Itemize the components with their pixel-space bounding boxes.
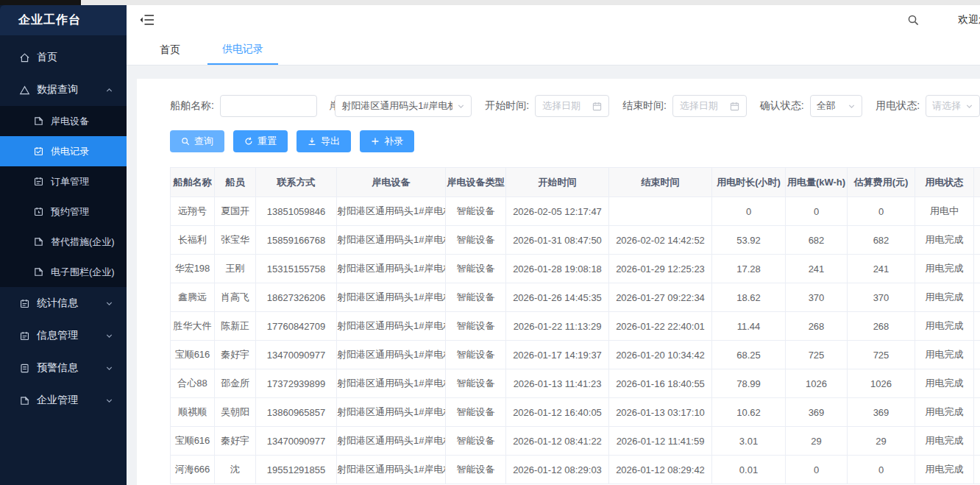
supplement-button[interactable]: 补录	[360, 130, 414, 152]
table-body: 远翔号 夏国开 13851059846 射阳港区通用码头1#岸电桩 智能设备 2…	[171, 197, 980, 484]
sidebar-item-power-supply-records[interactable]: 供电记录	[0, 136, 127, 166]
table-row: 长福利 张宝华 15859166768 射阳港区通用码头1#岸电桩 智能设备 2…	[171, 226, 980, 255]
cell-clipped	[974, 255, 980, 283]
cell-cost: 0	[848, 197, 915, 226]
cell-device: 射阳港区通用码头1#岸电桩	[337, 369, 446, 398]
sidebar-group-label: 信息管理	[37, 329, 78, 342]
action-buttons: 查询 重置 导出 补录	[170, 130, 980, 152]
cell-energy: 0	[786, 197, 848, 226]
chevron-down-icon	[105, 364, 113, 372]
cell-power-status: 用电完成	[915, 226, 974, 255]
cell-duration: 78.99	[712, 369, 786, 398]
ship-name-input[interactable]	[220, 95, 317, 117]
export-button[interactable]: 导出	[297, 130, 351, 152]
end-time-input[interactable]: 选择日期	[672, 95, 747, 117]
tab-home[interactable]: 首页	[156, 35, 184, 65]
cell-contact: 13470090977	[256, 427, 337, 456]
col-contact: 联系方式	[256, 168, 337, 197]
sidebar-item-order-management[interactable]: 订单管理	[0, 166, 127, 197]
sidebar-item-electronic-fence[interactable]: 电子围栏(企业)	[0, 257, 127, 287]
cell-duration: 10.62	[712, 398, 786, 427]
power-status-select[interactable]: 请选择	[926, 95, 980, 117]
tab-bar: 首页 供电记录	[127, 35, 980, 66]
table-row: 宝顺616 秦好宇 13470090977 射阳港区通用码头1#岸电桩 智能设备…	[171, 341, 980, 369]
reset-button[interactable]: 重置	[233, 130, 288, 152]
browser-top-strip-dark	[0, 0, 81, 5]
chevron-down-icon	[105, 332, 113, 340]
cell-power-status: 用电中	[915, 197, 974, 226]
cell-ship-name: 远翔号	[171, 197, 215, 226]
sidebar-collapse-icon[interactable]	[139, 12, 155, 28]
topbar-right: 欢迎您,	[907, 13, 980, 26]
confirm-status-value: 全部	[817, 99, 836, 113]
col-ship-name: 船舶名称	[171, 168, 215, 197]
cell-energy: 0	[786, 456, 848, 484]
cell-duration: 17.28	[712, 255, 786, 283]
query-button-label: 查询	[194, 135, 213, 148]
search-icon[interactable]	[907, 14, 920, 26]
tab-power-supply-records[interactable]: 供电记录	[207, 35, 278, 65]
sidebar-item-reservation-management[interactable]: 预约管理	[0, 197, 127, 227]
cell-ship-name: 顺祺顺	[171, 398, 215, 427]
records-table-wrapper: 船舶名称 船员 联系方式 岸电设备 岸电设备类型 开始时间 结束时间 用电时长(…	[170, 167, 980, 484]
cell-device-type: 智能设备	[446, 226, 506, 255]
sidebar-item-label: 替代措施(企业)	[51, 236, 115, 249]
corner-square-icon	[33, 236, 44, 247]
cell-device-type: 智能设备	[446, 341, 506, 369]
corner-square-icon	[33, 116, 44, 127]
cell-crew: 夏国开	[215, 197, 256, 226]
cell-end-time: 2026-01-22 22:40:01	[609, 312, 712, 341]
cell-duration: 0.01	[712, 456, 786, 484]
sidebar-group-label: 企业管理	[37, 394, 78, 407]
query-button[interactable]: 查询	[170, 130, 224, 152]
cell-cost: 725	[848, 341, 915, 369]
confirm-status-select[interactable]: 全部	[810, 95, 862, 117]
cell-device: 射阳港区通用码头1#岸电桩	[337, 398, 446, 427]
cell-cost: 369	[848, 398, 915, 427]
cell-energy: 370	[786, 283, 848, 312]
table-header: 船舶名称 船员 联系方式 岸电设备 岸电设备类型 开始时间 结束时间 用电时长(…	[171, 168, 980, 197]
sidebar-group-data-query[interactable]: 数据查询	[0, 74, 127, 106]
device-select-value: 射阳港区通用码头1#岸电桩	[341, 99, 452, 113]
cell-power-status: 用电完成	[915, 398, 974, 427]
end-time-placeholder: 选择日期	[680, 99, 718, 113]
sidebar-item-alternative-measures[interactable]: 替代措施(企业)	[0, 227, 127, 257]
cell-clipped	[974, 197, 980, 226]
main-area: 欢迎您, 首页 供电记录 船舶名称: 岸电设备: 射阳港区通用码头1#岸电桩 开…	[127, 5, 980, 485]
start-time-input[interactable]: 选择日期	[535, 95, 609, 117]
cell-crew: 张宝华	[215, 226, 256, 255]
cell-device: 射阳港区通用码头1#岸电桩	[337, 283, 446, 312]
cell-device-type: 智能设备	[446, 197, 506, 226]
cell-contact: 13860965857	[256, 398, 337, 427]
device-select[interactable]: 射阳港区通用码头1#岸电桩	[335, 95, 472, 117]
cell-contact: 17760842709	[256, 312, 337, 341]
cell-cost: 682	[848, 226, 915, 255]
cell-device: 射阳港区通用码头1#岸电桩	[337, 427, 446, 456]
cell-contact: 13470090977	[256, 341, 337, 369]
sidebar-group-statistics-info[interactable]: 统计信息	[0, 287, 127, 319]
confirm-status-label: 确认状态:	[760, 99, 804, 113]
app-root: 企业工作台 首页 数据查询 岸电设备 供电记录	[0, 5, 980, 485]
sidebar-item-home[interactable]: 首页	[0, 41, 127, 74]
sidebar-group-information-management[interactable]: 信息管理	[0, 319, 127, 352]
cell-clipped	[974, 427, 980, 456]
chevron-down-icon	[105, 397, 113, 405]
cell-power-status: 用电完成	[915, 369, 974, 398]
cell-contact: 19551291855	[256, 456, 337, 484]
table-row: 合心88 邵金所 17372939899 射阳港区通用码头1#岸电桩 智能设备 …	[171, 369, 980, 398]
calendar-clock-icon	[33, 206, 44, 217]
sidebar-item-shore-power-device[interactable]: 岸电设备	[0, 106, 127, 136]
cell-device-type: 智能设备	[446, 312, 506, 341]
calendar-icon	[19, 330, 30, 341]
cell-ship-name: 合心88	[171, 369, 215, 398]
cell-device-type: 智能设备	[446, 398, 506, 427]
table-row: 华宏198 王刚 15315155758 射阳港区通用码头1#岸电桩 智能设备 …	[171, 255, 980, 283]
cell-cost: 241	[848, 255, 915, 283]
sidebar-group-warning-info[interactable]: 预警信息	[0, 352, 127, 384]
sidebar-group-enterprise-management[interactable]: 企业管理	[0, 384, 127, 417]
search-icon	[181, 137, 190, 146]
topbar: 欢迎您,	[127, 5, 980, 35]
calendar-icon	[592, 102, 602, 111]
chevron-down-icon	[965, 102, 973, 110]
cell-energy: 725	[786, 341, 848, 369]
